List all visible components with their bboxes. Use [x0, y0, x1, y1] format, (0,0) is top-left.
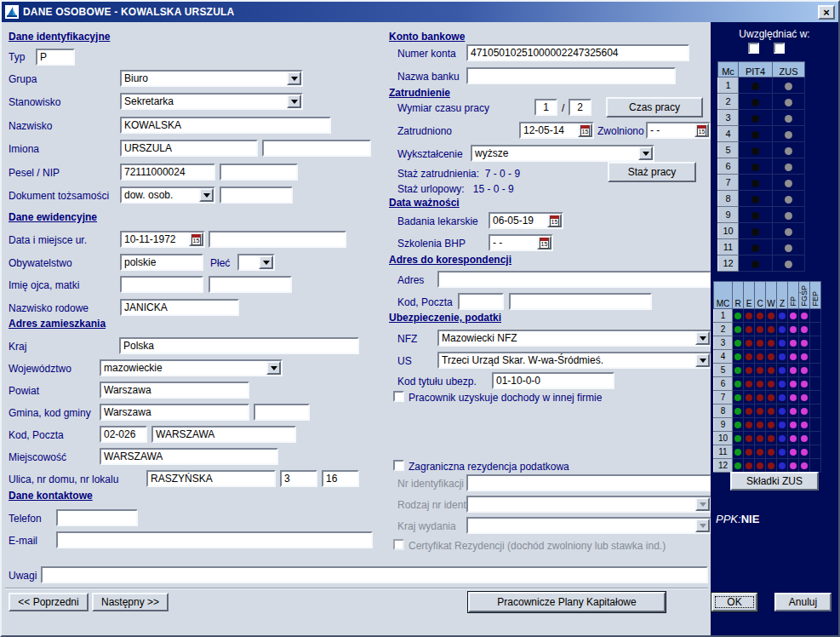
kod-tytulu-input[interactable]	[492, 372, 614, 389]
chevron-down-icon[interactable]	[287, 72, 301, 85]
uwagi-input[interactable]	[41, 566, 708, 583]
date-picker-button[interactable]: 15	[694, 123, 709, 137]
gmina-input[interactable]	[100, 404, 249, 421]
dot-cell-w-9[interactable]	[766, 418, 777, 432]
date-picker-button[interactable]: 15	[547, 214, 562, 227]
dot-cell-r-5[interactable]	[733, 364, 744, 377]
dot-cell-pit4-12[interactable]	[739, 255, 773, 272]
dot-cell-fep-9[interactable]	[810, 418, 821, 432]
dot-cell-r-10[interactable]	[733, 432, 744, 445]
uwzgledniac-pit4-checkbox[interactable]	[748, 43, 759, 54]
dot-cell-c-11[interactable]	[755, 445, 766, 459]
dot-cell-fgśp-11[interactable]	[799, 445, 810, 459]
dot-cell-fp-8[interactable]	[788, 405, 799, 418]
poczta-input[interactable]	[151, 426, 296, 443]
dot-cell-r-11[interactable]	[733, 445, 744, 459]
dot-cell-e-4[interactable]	[744, 350, 755, 364]
dot-cell-fp-6[interactable]	[788, 377, 799, 391]
chevron-down-icon[interactable]	[695, 331, 710, 345]
dot-cell-e-11[interactable]	[744, 445, 755, 459]
dot-cell-fp-12[interactable]	[788, 459, 799, 473]
dot-cell-fp-10[interactable]	[788, 432, 799, 445]
dot-cell-z-1[interactable]	[777, 309, 788, 323]
dot-cell-r-4[interactable]	[733, 350, 744, 364]
kraj-input[interactable]	[119, 337, 359, 354]
dot-cell-pit4-7[interactable]	[739, 175, 773, 191]
chevron-down-icon[interactable]	[266, 361, 281, 375]
pesel-input[interactable]	[120, 164, 215, 181]
dot-cell-fgśp-10[interactable]	[799, 432, 810, 445]
chevron-down-icon[interactable]	[287, 95, 301, 108]
kod-pocztowy-input[interactable]	[100, 426, 147, 443]
dot-cell-z-11[interactable]	[777, 445, 788, 459]
dot-cell-fep-1[interactable]	[810, 309, 821, 323]
dot-cell-e-1[interactable]	[744, 309, 755, 323]
numer-konta-input[interactable]	[466, 44, 689, 61]
dot-cell-zus-1[interactable]	[773, 77, 805, 94]
dot-cell-c-6[interactable]	[755, 377, 766, 391]
dot-cell-r-7[interactable]	[733, 391, 744, 405]
kod-gminy-input[interactable]	[254, 404, 310, 421]
ok-button[interactable]: OK	[711, 593, 757, 611]
dot-cell-w-6[interactable]	[766, 377, 777, 391]
dot-cell-zus-8[interactable]	[773, 191, 805, 207]
dot-cell-r-3[interactable]	[733, 336, 744, 350]
dot-cell-zus-6[interactable]	[773, 158, 805, 175]
nfz-combobox[interactable]: Mazowiecki NFZ	[437, 330, 711, 347]
dot-cell-w-3[interactable]	[766, 336, 777, 350]
dot-cell-zus-12[interactable]	[773, 255, 805, 272]
data-ur-datefield[interactable]: 10-11-1972 15	[120, 231, 205, 248]
dot-cell-c-4[interactable]	[755, 350, 766, 364]
dot-cell-zus-9[interactable]	[773, 207, 805, 223]
dot-cell-w-8[interactable]	[766, 405, 777, 418]
dot-cell-zus-10[interactable]	[773, 223, 805, 239]
dot-cell-fep-3[interactable]	[810, 336, 821, 350]
dot-cell-r-12[interactable]	[733, 459, 744, 473]
titlebar[interactable]: DANE OSOBOWE - KOWALSKA URSZULA ×	[2, 2, 838, 22]
imie-ojca-input[interactable]	[120, 276, 203, 293]
dot-cell-e-6[interactable]	[744, 377, 755, 391]
dot-cell-fgśp-12[interactable]	[799, 459, 810, 473]
us-combobox[interactable]: Trzeci Urząd Skar. W-wa-Śródmieś.	[437, 352, 711, 369]
poprzedni-button[interactable]: << Poprzedni	[9, 593, 89, 611]
chevron-down-icon[interactable]	[259, 255, 273, 269]
zatrudniono-datefield[interactable]: 12-05-14 15	[519, 122, 594, 139]
dot-cell-pit4-2[interactable]	[739, 94, 773, 110]
nip-input[interactable]	[220, 164, 298, 181]
dot-cell-fp-3[interactable]	[788, 336, 799, 350]
dot-cell-pit4-4[interactable]	[739, 126, 773, 142]
wymiar-mianownik-input[interactable]	[569, 99, 591, 116]
dot-cell-c-5[interactable]	[755, 364, 766, 377]
imie-drugie-input[interactable]	[262, 140, 371, 157]
dot-cell-fgśp-8[interactable]	[799, 405, 810, 418]
plec-combobox[interactable]	[237, 254, 275, 271]
dot-cell-e-7[interactable]	[744, 391, 755, 405]
dot-cell-z-10[interactable]	[777, 432, 788, 445]
dot-cell-w-7[interactable]	[766, 391, 777, 405]
dot-cell-r-6[interactable]	[733, 377, 744, 391]
dot-cell-pit4-5[interactable]	[739, 142, 773, 158]
dot-cell-e-3[interactable]	[744, 336, 755, 350]
rezydencja-checkbox[interactable]	[393, 460, 404, 471]
dot-cell-fp-7[interactable]	[788, 391, 799, 405]
anuluj-button[interactable]: Anuluj	[774, 593, 831, 611]
dot-cell-fp-5[interactable]	[788, 364, 799, 377]
dot-cell-z-4[interactable]	[777, 350, 788, 364]
staz-pracy-button[interactable]: Staż pracy	[608, 162, 696, 182]
dot-cell-fgśp-1[interactable]	[799, 309, 810, 323]
dot-cell-z-2[interactable]	[777, 323, 788, 336]
dot-cell-pit4-11[interactable]	[739, 239, 773, 255]
dot-cell-fep-10[interactable]	[810, 432, 821, 445]
dot-cell-fep-5[interactable]	[810, 364, 821, 377]
chevron-down-icon[interactable]	[638, 146, 653, 160]
dot-cell-c-12[interactable]	[755, 459, 766, 473]
dot-cell-zus-3[interactable]	[773, 110, 805, 126]
chevron-down-icon[interactable]	[695, 353, 710, 367]
miejscowosc-input[interactable]	[100, 448, 278, 465]
dot-cell-z-9[interactable]	[777, 418, 788, 432]
dokument-nr-input[interactable]	[220, 187, 293, 204]
ulica-input[interactable]	[146, 470, 276, 487]
dot-cell-c-1[interactable]	[755, 309, 766, 323]
dot-cell-pit4-3[interactable]	[739, 110, 773, 126]
dot-cell-fep-2[interactable]	[810, 323, 821, 336]
